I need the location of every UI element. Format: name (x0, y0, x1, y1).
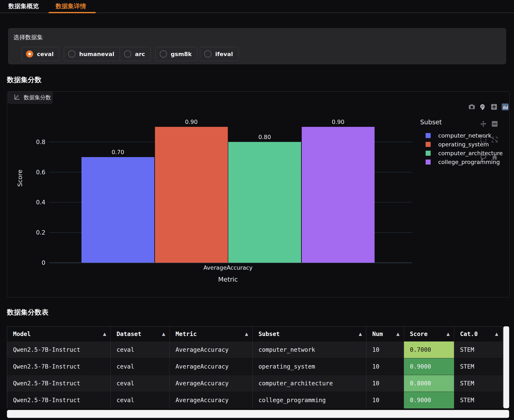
y-tick-label: 0 (20, 259, 45, 266)
autoscale-icon[interactable] (491, 136, 499, 143)
bar-chart: 00.20.40.60.8Score0.700.900.800.90Averag… (49, 112, 412, 263)
zoom-out-icon[interactable] (491, 120, 499, 128)
x-tick-label: AverageAccuracy (203, 264, 253, 271)
chart-tab[interactable]: 数据集分数 (8, 91, 52, 104)
cell-subset: operating_system (253, 358, 366, 375)
cell-metric: AverageAccuracy (170, 341, 253, 358)
table-vertical-scrollbar[interactable] (503, 326, 509, 408)
bar-value-label: 0.70 (112, 149, 124, 155)
cell-num: 10 (366, 392, 404, 408)
cell-metric: AverageAccuracy (170, 375, 253, 392)
column-header-label: Cat.0 (460, 330, 478, 338)
box-select-icon[interactable] (480, 136, 487, 143)
chart-panel: 数据集分数 00.20.40.60.8Score0.700.900.800.90… (7, 91, 510, 297)
cell-model: Qwen2.5-7B-Instruct (7, 341, 111, 358)
home-icon[interactable] (491, 154, 499, 161)
cell-metric: AverageAccuracy (170, 392, 253, 408)
radio-selected-icon (26, 50, 33, 58)
tab-dataset-details[interactable]: 数据集详情 (56, 0, 86, 13)
column-header-num[interactable]: Num▲ (366, 327, 404, 341)
column-header-dataset[interactable]: Dataset▲ (111, 327, 170, 341)
dataset-option-ceval[interactable]: ceval (22, 47, 59, 61)
chart-tab-label: 数据集分数 (24, 94, 51, 101)
legend-swatch (426, 142, 431, 147)
column-header-model[interactable]: Model▲ (7, 327, 111, 341)
bar-value-label: 0.80 (258, 134, 271, 140)
radio-unselected-icon (124, 50, 131, 58)
lasso-icon[interactable] (480, 154, 487, 161)
app-root: 数据集概览 数据集详情 选择数据集 cevalhumanevalarcgsm8k… (0, 0, 514, 420)
dataset-option-gsm8k[interactable]: gsm8k (155, 47, 197, 61)
sort-ascending-icon: ▲ (495, 331, 498, 337)
dataset-option-arc[interactable]: arc (120, 47, 151, 61)
zoom-icon[interactable] (479, 103, 487, 111)
y-tick-label: 0.8 (20, 138, 45, 145)
y-tick-label: 0.6 (20, 169, 45, 176)
column-header-subset[interactable]: Subset▲ (253, 327, 366, 341)
dataset-option-label: gsm8k (171, 51, 192, 57)
cell-dataset: ceval (111, 392, 170, 408)
y-axis-title: Score (16, 169, 23, 187)
cell-score: 0.8000 (404, 375, 454, 392)
bar-college_programming[interactable] (302, 127, 375, 263)
scatter-chart-icon (14, 94, 20, 101)
dataset-selector-panel: 选择数据集 cevalhumanevalarcgsm8kifeval (8, 28, 506, 64)
bar-operating_system[interactable] (155, 127, 228, 263)
y-tick-label: 0.2 (20, 229, 45, 236)
cell-num: 10 (366, 358, 404, 375)
column-header-score[interactable]: Score▲ (404, 327, 454, 341)
dataset-option-label: humaneval (79, 51, 114, 57)
top-tab-bar: 数据集概览 数据集详情 (0, 0, 514, 13)
camera-icon[interactable] (468, 103, 476, 111)
zoom-in-icon[interactable] (490, 103, 498, 111)
dataset-option-ifeval[interactable]: ifeval (200, 47, 238, 61)
column-header-label: Dataset (117, 330, 141, 338)
cell-cat0: STEM (454, 358, 502, 375)
cell-score: 0.9000 (404, 392, 454, 408)
table-row: Qwen2.5-7B-InstructcevalAverageAccuracyc… (7, 375, 502, 392)
dataset-option-label: ceval (37, 51, 53, 57)
cell-dataset: ceval (111, 358, 170, 375)
plotly-logo-icon[interactable] (501, 103, 509, 111)
scores-table: Model▲Dataset▲Metric▲Subset▲Num▲Score▲Ca… (7, 326, 503, 408)
cell-num: 10 (366, 375, 404, 392)
legend-item-college_programming[interactable]: college_programming (426, 159, 500, 165)
cell-score: 0.7000 (404, 341, 454, 358)
sort-ascending-icon: ▲ (447, 331, 450, 337)
cell-score: 0.9000 (404, 358, 454, 375)
legend-item-label: college_programming (438, 159, 500, 165)
cell-metric: AverageAccuracy (170, 358, 253, 375)
legend-swatch (426, 159, 431, 165)
cell-dataset: ceval (111, 375, 170, 392)
sort-ascending-icon: ▲ (245, 331, 248, 337)
column-header-metric[interactable]: Metric▲ (170, 327, 253, 341)
radio-unselected-icon (204, 50, 211, 58)
bar-computer_network[interactable] (82, 157, 154, 263)
bar-computer_architecture[interactable] (228, 142, 301, 263)
cell-model: Qwen2.5-7B-Instruct (7, 375, 111, 392)
table-header-row: Model▲Dataset▲Metric▲Subset▲Num▲Score▲Ca… (7, 327, 502, 341)
cell-subset: computer_architecture (253, 375, 366, 392)
dataset-option-humaneval[interactable]: humaneval (64, 47, 120, 61)
column-header-label: Score (410, 330, 427, 338)
legend-swatch (426, 150, 431, 156)
sort-ascending-icon: ▲ (359, 331, 362, 337)
pan-icon[interactable] (480, 120, 487, 128)
column-header-cat0[interactable]: Cat.0▲ (454, 327, 502, 341)
table-section-title: 数据集分数表 (7, 308, 49, 317)
sort-ascending-icon: ▲ (396, 331, 400, 337)
x-axis-title: Metric (218, 276, 238, 283)
column-header-label: Num (372, 330, 383, 338)
cell-num: 10 (366, 341, 404, 358)
column-header-label: Metric (176, 330, 197, 338)
radio-unselected-icon (160, 50, 167, 58)
tab-dataset-overview[interactable]: 数据集概览 (8, 0, 39, 13)
table-horizontal-scrollbar[interactable] (7, 410, 509, 418)
sort-ascending-icon: ▲ (162, 331, 165, 337)
bar-value-label: 0.90 (332, 119, 344, 125)
scores-table-wrap: Model▲Dataset▲Metric▲Subset▲Num▲Score▲Ca… (7, 326, 503, 420)
table-row: Qwen2.5-7B-InstructcevalAverageAccuracyc… (7, 392, 502, 408)
cell-model: Qwen2.5-7B-Instruct (7, 392, 111, 408)
chart-section-title: 数据集分数 (7, 75, 42, 85)
table-row: Qwen2.5-7B-InstructcevalAverageAccuracyc… (7, 341, 502, 358)
